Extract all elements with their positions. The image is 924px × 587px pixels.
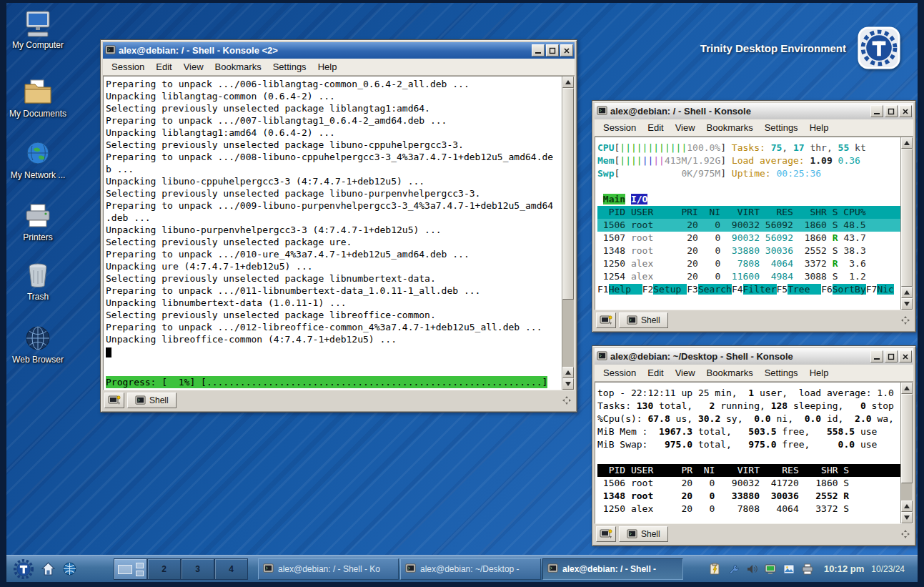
scroll-down-button[interactable] [901, 512, 913, 523]
menu-session[interactable]: Session [597, 365, 642, 380]
new-session-button[interactable] [596, 312, 616, 328]
menu-edit[interactable]: Edit [150, 59, 177, 74]
scrollbar[interactable] [900, 383, 913, 523]
minimize-button[interactable] [870, 105, 883, 117]
menu-bookmarks[interactable]: Bookmarks [701, 365, 759, 380]
htop-process-row-1250[interactable]: 1250 alex 20 0 7808 4064 3372 R 3.6 [597, 257, 900, 270]
volume-icon[interactable] [745, 563, 758, 576]
menu-session[interactable]: Session [597, 120, 642, 135]
new-session-button[interactable] [104, 393, 124, 408]
htop-header-row[interactable]: PID USER PRI NI VIRT RES SHR S CPU% [597, 206, 900, 219]
shell-tab[interactable]: Shell [127, 393, 177, 408]
terminal-line: Preparing to unpack .../006-liblangtag-c… [106, 78, 562, 90]
scrollbar[interactable] [900, 137, 913, 310]
maximize-button[interactable] [546, 44, 559, 56]
pager-desktop-number: 3 [195, 564, 200, 574]
home-button[interactable] [39, 561, 56, 578]
htop-tab-i/o[interactable]: I/O [631, 194, 647, 204]
minimize-button[interactable] [532, 44, 545, 56]
menu-view[interactable]: View [178, 59, 209, 74]
close-button[interactable] [899, 105, 912, 117]
scroll-up-button[interactable] [562, 77, 574, 88]
htop-tab-main[interactable]: Main [603, 194, 625, 204]
desktop-icon-my-computer[interactable]: My Computer [8, 9, 68, 50]
maximize-button[interactable] [885, 350, 898, 362]
menu-help[interactable]: Help [804, 365, 835, 380]
desktop-icon-label: Printers [8, 232, 68, 242]
konqueror-button[interactable] [61, 561, 78, 578]
scroll-up-button[interactable] [901, 383, 913, 394]
desktop-icon-web-browser[interactable]: Web Browser [8, 323, 68, 365]
menu-edit[interactable]: Edit [642, 365, 669, 380]
terminal-line: Unpacking libuno-purpenvhelpergcc3-3 (4:… [106, 224, 562, 236]
htop-process-row-1507[interactable]: 1507 root 20 0 90032 56092 1860 R 43.7 [597, 232, 900, 245]
menu-view[interactable]: View [670, 120, 701, 135]
scroll-down-button[interactable] [562, 378, 574, 390]
terminal-output[interactable]: top - 22:12:11 up 25 min, 1 user, load a… [595, 383, 900, 523]
print-queue-icon[interactable] [801, 563, 814, 576]
close-button[interactable] [560, 44, 573, 56]
terminal-line [597, 180, 900, 193]
terminal-line: Selecting previously unselected package … [106, 102, 562, 114]
scrollbar-thumb[interactable] [901, 149, 913, 287]
clock[interactable]: 10:12 pm 10/23/24 [818, 563, 912, 574]
desktop-icon-printers[interactable]: Printers [8, 201, 68, 242]
pager-desktop-1[interactable] [114, 558, 147, 580]
menu-help[interactable]: Help [804, 120, 835, 135]
scrollbar-track[interactable] [901, 394, 913, 500]
task-button-konsole-3[interactable]: alex@debian: / - Shell - [542, 558, 683, 580]
scroll-down-button[interactable] [901, 298, 913, 310]
pager-desktop-4[interactable]: 4 [214, 558, 248, 580]
menu-view[interactable]: View [670, 365, 701, 380]
scroll-up-button-2[interactable] [901, 287, 913, 298]
terminal-line: Selecting previously unselected package … [106, 236, 562, 248]
pager-desktop-3[interactable]: 3 [181, 558, 214, 580]
scroll-up-button-2[interactable] [562, 367, 574, 378]
network-monitor-icon[interactable] [764, 563, 777, 576]
tool-wrench-icon[interactable] [727, 563, 740, 576]
desktop-icon-my-documents[interactable]: My Documents [8, 77, 68, 119]
desktop-icon-my-network[interactable]: My Network ... [8, 139, 68, 180]
terminal-line: Tasks: 130 total, 2 running, 128 sleepin… [597, 400, 900, 413]
htop-process-row-1348[interactable]: 1348 root 20 0 33880 30036 2552 S 38.3 [597, 245, 900, 257]
close-button[interactable] [899, 350, 912, 362]
scrollbar-track[interactable] [901, 149, 913, 287]
desktop-icon-trash[interactable]: Trash [8, 260, 68, 302]
maximize-button[interactable] [885, 105, 898, 117]
terminal-line: Selecting previously unselected package … [106, 272, 562, 285]
scrollbar-thumb[interactable] [901, 394, 913, 483]
titlebar[interactable]: alex@debian: / - Shell - Konsole <2> [103, 42, 575, 59]
task-button-konsole-1[interactable]: alex@debian: / - Shell - Ko [258, 558, 399, 580]
terminal-output[interactable]: CPU[||||||||||||100.0%] Tasks: 75, 17 th… [595, 137, 900, 310]
htop-function-key-bar[interactable]: F1Help F2Setup F3SearchF4FilterF5Tree F6… [597, 283, 900, 296]
htop-process-row-1254[interactable]: 1254 alex 20 0 11600 4984 3088 S 1.2 [597, 270, 900, 283]
menu-bookmarks[interactable]: Bookmarks [209, 59, 267, 74]
tde-menu-button[interactable] [12, 558, 35, 581]
screenshot-image-icon[interactable] [783, 563, 795, 576]
scroll-up-button[interactable] [901, 137, 913, 149]
minimize-button[interactable] [870, 350, 883, 362]
menu-settings[interactable]: Settings [267, 59, 312, 74]
menu-settings[interactable]: Settings [759, 120, 804, 135]
desktop-wallpaper[interactable]: Trinity Desktop Environment My Computer … [6, 3, 918, 582]
task-button-konsole-2[interactable]: alex@debian: ~/Desktop - [400, 558, 541, 580]
new-session-button[interactable] [596, 526, 616, 542]
klipper-clipboard-icon[interactable] [708, 563, 721, 576]
menu-bookmarks[interactable]: Bookmarks [701, 120, 759, 135]
menu-settings[interactable]: Settings [759, 365, 804, 380]
scrollbar[interactable] [562, 77, 574, 390]
menu-help[interactable]: Help [312, 59, 343, 74]
shell-tab[interactable]: Shell [619, 526, 668, 542]
menu-session[interactable]: Session [106, 59, 150, 74]
titlebar[interactable]: alex@debian: ~/Desktop - Shell - Konsole [595, 348, 913, 365]
menu-edit[interactable]: Edit [642, 120, 669, 135]
scrollbar-track[interactable] [562, 88, 574, 367]
shell-tab[interactable]: Shell [619, 312, 668, 328]
scroll-up-button-2[interactable] [901, 500, 913, 512]
terminal-output[interactable]: Preparing to unpack .../006-liblangtag-c… [104, 77, 562, 390]
scrollbar-thumb[interactable] [562, 88, 574, 300]
htop-process-row-1506[interactable]: 1506 root 20 0 90032 56092 1860 S 48.5 [597, 219, 900, 232]
titlebar[interactable]: alex@debian: / - Shell - Konsole [595, 103, 913, 119]
pager-desktop-2[interactable]: 2 [147, 558, 181, 580]
shell-tab-label: Shell [641, 529, 660, 539]
